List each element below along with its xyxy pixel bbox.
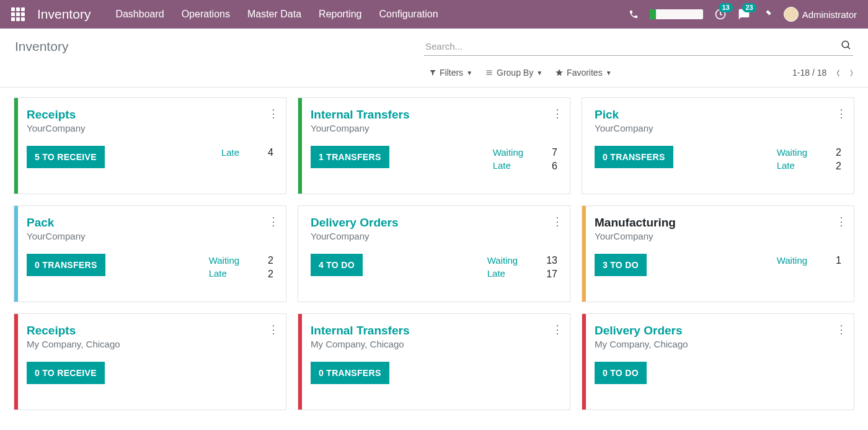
metric-label[interactable]: Late	[493, 159, 523, 172]
kanban-card[interactable]: ⋮Internal TransfersYourCompany1 TRANSFER…	[298, 97, 570, 194]
card-title[interactable]: Delivery Orders	[595, 324, 841, 338]
metric-value[interactable]: 2	[268, 254, 273, 267]
kanban-card[interactable]: ⋮PickYourCompany0 TRANSFERSWaitingLate22	[582, 97, 854, 194]
kanban-card[interactable]: ⋮ManufacturingYourCompany3 TO DOWaiting1	[582, 205, 854, 302]
card-action-button[interactable]: 4 TO DO	[311, 254, 363, 276]
search-icon[interactable]	[841, 40, 852, 53]
card-body: 0 TO RECEIVE	[27, 362, 273, 384]
card-action-button[interactable]: 0 TO RECEIVE	[27, 362, 105, 384]
card-action-button[interactable]: 3 TO DO	[595, 254, 647, 276]
card-subtitle: YourCompany	[27, 231, 273, 241]
pager-text[interactable]: 1-18 / 18	[792, 68, 826, 78]
kebab-icon[interactable]: ⋮	[268, 215, 278, 228]
card-subtitle: My Company, Chicago	[595, 339, 841, 349]
kebab-icon[interactable]: ⋮	[552, 107, 562, 120]
favorites-button[interactable]: Favorites ▼	[555, 68, 611, 78]
pager-next[interactable]: ›	[850, 64, 853, 82]
metric-label[interactable]: Late	[209, 267, 239, 280]
kanban-card[interactable]: ⋮Delivery OrdersYourCompany4 TO DOWaitin…	[298, 205, 570, 302]
card-title[interactable]: Pick	[595, 108, 841, 122]
metric-value[interactable]: 13	[546, 254, 557, 267]
metric-value[interactable]: 7	[552, 146, 557, 159]
clock-icon[interactable]: 13	[714, 8, 727, 20]
user-name: Administrator	[802, 9, 857, 20]
card-body: 4 TO DOWaitingLate1317	[311, 254, 557, 281]
card-metrics: WaitingLate22	[209, 254, 273, 281]
kanban-card[interactable]: ⋮ReceiptsMy Company, Chicago0 TO RECEIVE	[14, 313, 286, 410]
nav-configuration[interactable]: Configuration	[379, 9, 438, 20]
card-title[interactable]: Manufacturing	[595, 216, 841, 230]
search-input[interactable]	[424, 37, 853, 56]
app-brand: Inventory	[37, 7, 91, 22]
nav-reporting[interactable]: Reporting	[319, 9, 361, 20]
pager-prev[interactable]: ‹	[836, 64, 839, 82]
card-action-button[interactable]: 5 TO RECEIVE	[27, 146, 105, 168]
kanban-card[interactable]: ⋮Internal TransfersMy Company, Chicago0 …	[298, 313, 570, 410]
metric-label[interactable]: Late	[221, 146, 239, 159]
metric-label[interactable]: Waiting	[493, 146, 523, 159]
kebab-icon[interactable]: ⋮	[552, 215, 562, 228]
card-accent	[14, 206, 18, 302]
metric-value[interactable]: 1	[836, 254, 841, 267]
card-action-button[interactable]: 0 TRANSFERS	[311, 362, 389, 384]
filters-button[interactable]: Filters ▼	[429, 68, 472, 78]
kanban-card[interactable]: ⋮Delivery OrdersMy Company, Chicago0 TO …	[582, 313, 854, 410]
card-accent	[582, 98, 586, 194]
kebab-icon[interactable]: ⋮	[836, 323, 846, 336]
filters-label: Filters	[440, 68, 463, 78]
metric-value[interactable]: 2	[836, 146, 841, 159]
kebab-icon[interactable]: ⋮	[552, 323, 562, 336]
card-subtitle: YourCompany	[311, 231, 557, 241]
card-action-button[interactable]: 0 TO DO	[595, 362, 647, 384]
metric-label[interactable]: Waiting	[777, 254, 807, 267]
card-metrics: Waiting1	[777, 254, 841, 267]
card-metrics: WaitingLate1317	[487, 254, 557, 281]
metric-label[interactable]: Waiting	[487, 254, 518, 267]
metric-value[interactable]: 2	[836, 159, 841, 173]
kebab-icon[interactable]: ⋮	[268, 107, 278, 120]
card-action-button[interactable]: 0 TRANSFERS	[27, 254, 105, 276]
card-accent	[14, 98, 18, 194]
groupby-button[interactable]: Group By ▼	[485, 68, 542, 78]
funnel-icon	[429, 69, 436, 76]
kebab-icon[interactable]: ⋮	[268, 323, 278, 336]
kanban-card[interactable]: ⋮ReceiptsYourCompany5 TO RECEIVELate4	[14, 97, 286, 194]
metric-label[interactable]: Waiting	[209, 254, 239, 267]
card-title[interactable]: Internal Transfers	[311, 108, 557, 122]
breadcrumb: Inventory	[15, 39, 68, 54]
apps-icon[interactable]	[11, 7, 25, 21]
nav-dashboard[interactable]: Dashboard	[115, 9, 164, 20]
kebab-icon[interactable]: ⋮	[836, 107, 846, 120]
metric-label[interactable]: Late	[487, 267, 518, 280]
nav-master-data[interactable]: Master Data	[247, 9, 301, 20]
star-icon	[555, 68, 564, 77]
metric-label[interactable]: Waiting	[777, 146, 807, 159]
kebab-icon[interactable]: ⋮	[836, 215, 846, 228]
metric-value[interactable]: 17	[546, 267, 557, 281]
metric-value[interactable]: 4	[268, 146, 273, 159]
card-accent	[582, 314, 586, 410]
card-action-button[interactable]: 1 TRANSFERS	[311, 146, 389, 168]
kanban-card[interactable]: ⋮PackYourCompany0 TRANSFERSWaitingLate22	[14, 205, 286, 302]
user-menu[interactable]: Administrator	[784, 7, 857, 22]
caret-down-icon: ▼	[606, 69, 612, 76]
card-subtitle: My Company, Chicago	[27, 339, 273, 349]
card-title[interactable]: Delivery Orders	[311, 216, 557, 230]
card-title[interactable]: Receipts	[27, 324, 273, 338]
metric-value[interactable]: 2	[268, 267, 273, 281]
card-title[interactable]: Receipts	[27, 108, 273, 122]
list-icon	[485, 69, 494, 76]
card-title[interactable]: Pack	[27, 216, 273, 230]
progress-bar[interactable]	[650, 9, 703, 19]
tools-icon[interactable]	[761, 9, 773, 20]
metric-label[interactable]: Late	[777, 159, 807, 172]
nav-operations[interactable]: Operations	[182, 9, 230, 20]
card-subtitle: YourCompany	[311, 123, 557, 133]
card-action-button[interactable]: 0 TRANSFERS	[595, 146, 673, 168]
chat-icon[interactable]: 23	[738, 8, 750, 20]
clock-badge: 13	[719, 3, 732, 12]
card-title[interactable]: Internal Transfers	[311, 324, 557, 338]
metric-value[interactable]: 6	[552, 159, 557, 173]
card-metrics: WaitingLate22	[777, 146, 841, 173]
phone-icon[interactable]	[629, 9, 639, 19]
